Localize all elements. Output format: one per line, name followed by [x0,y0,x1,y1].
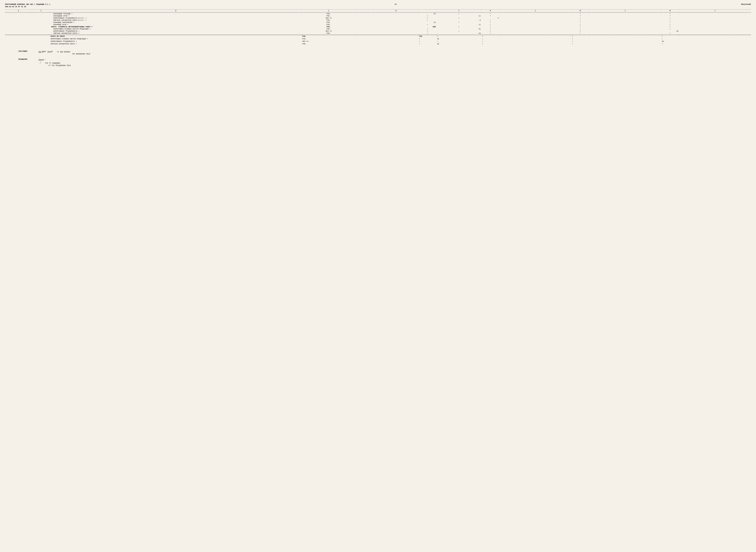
row-normativno-uslovno: НОРМАТИВНО-УСЛОВНО-ЧИСТАЯ ПРОДУКЦИЯ = РУ… [5,28,751,30]
compiled-signature2: Бauf/ [47,50,53,53]
col-5-header: 5 [571,10,589,12]
label-planovye-nakop: ПЛАНОВЫЕ НАКОПЛЕНИЯ = [50,21,302,24]
row-nakladnye-nuchp: НАКЛАДНЫЕ НУЧП = РУБ. • 11 • • • [5,15,751,17]
label-nakladnye-nuchp: НАКЛАДНЫЕ НУЧП = [50,15,302,17]
checked-signature: Deus - [38,58,45,61]
label-norm-trud2: НОРМАТИВНАЯ ТРУДОЕМКОСТЬ = [50,30,302,32]
row-smetnaya-zarplata: СМЕТНАЯ ЗАРАБОТНАЯ ПЛАТА = РУБ. • 34 • •… [5,32,751,35]
page-number: 95 [394,3,397,5]
row-itogo: ИТОГО ПО СМЕТЕ РУБ. 755 • • • • [5,35,751,38]
label-smetnaya-zarplata: СМЕТНАЯ ЗАРАБОТНАЯ ПЛАТА = [50,32,302,35]
compiled-signature: Бρɜот [38,50,46,53]
col-2-header: 2 [50,10,302,12]
row-normativnaya-trudoemkost: НОРМАТИВНАЯ ТРУДОЕМКОСТЬ В Н.Р. = ЧЕЛ.•Ч… [5,17,751,19]
label-total-norm-trud: НОРМАТИВНАЯ ТРУДОЕМКОСТЬ = [50,40,302,43]
col-sep2: | [302,10,356,12]
label-norm-trud: НОРМАТИВНАЯ ТРУДОЕМКОСТЬ В Н.Р. = [50,17,302,19]
main-table: 1 | 2 | 3 | 4 | 5 | 6 | НАКЛАДНЫЕ РАСХОД… [5,9,751,45]
col-3-header: 3 [356,10,436,12]
row-total-norm-trud: НОРМАТИВНАЯ ТРУДОЕМКОСТЬ = ЧЕЛ.•Ч • • • … [5,40,751,43]
col-sep5: | [589,10,661,12]
compiled-content: Бρɜот Бauf/ СТ ИНЖ ЮРЕВИЧ ТЕХ ВИННИКОВА … [38,50,751,55]
checked-name2: СТ ТЕХ ПРУДНИКОВА П010 [48,65,71,66]
compiled-row: СОСТАВИЛ Бρɜот Бauf/ СТ ИНЖ ЮРЕВИЧ ТЕХ В… [18,50,751,55]
column-header-row: 1 | 2 | 3 | 4 | 5 | 6 | [5,10,751,12]
compiled-name1: СТ ИНЖ ЮРЕВИЧ [57,51,70,53]
row-nakladnye-raskhody: НАКЛАДНЫЕ РАСХОДЫ = РУБ. 51 • • • • [5,13,751,15]
label-smetnaya-zarplata-nr: СМЕТНАЯ ЗАРАБОТНАЯ ПЛАТА В Н.Р. = [50,19,302,21]
label-norm-usl: НОРМАТИВНО-УСЛОВНО-ЧИСТАЯ ПРОДУКЦИЯ = [50,28,302,30]
label-itogo: ИТОГО ПО СМЕТЕ [50,35,302,38]
label-planovye-nuchp: ПЛАНОВЫЕ НУЧП = [50,24,302,26]
checked-row: ПРОВЕРИЛ Deus - ⁄ РУК ГР АМИДОВИЧ СТ ТЕХ… [18,58,751,66]
program-info: ПРОГРАММНЫЙ КОМПЛЕКС АВС-3ЕС ( РЕДАКЦИЯ … [5,3,50,8]
row-normativnaya-trudoemkost2: НОРМАТИВНАЯ ТРУДОЕМКОСТЬ = ЧЕЛ.•Ч • • • … [5,30,751,32]
checked-content: Deus - ⁄ РУК ГР АМИДОВИЧ СТ ТЕХ ПРУДНИКО… [38,58,751,66]
program-title: ПРОГРАММНЫЙ КОМПЛЕКС АВС-3ЕС ( РЕДАКЦИЯ … [5,3,50,6]
col-sep4: | [499,10,571,12]
val-nr-col7: 51 [418,13,436,15]
checked-label: ПРОВЕРИЛ [18,58,38,60]
doc-number: 964124469 [741,3,751,5]
label-total-norm-usl: НОРМАТИВНО-УСЛОВНО-ЧИСТАЯ ПРОДУКЦИЯ = [50,38,302,40]
row-planovye-nuchp: ПЛАНОВЫЕ НУЧП = РУБ. • 11 • • • [5,24,751,26]
page-header: ПРОГРАММНЫЙ КОМПЛЕКС АВС-3ЕС ( РЕДАКЦИЯ … [5,3,751,8]
row-total-smetnaya: СМЕТНАЯ ЗАРАБОТНАЯ ПЛАТА = РУБ. • 36 • •… [5,43,751,45]
doc-subtitle: 409-23-45 15 87 41 92 [5,6,50,8]
col-sep3: | [436,10,481,12]
unit-nakladnye: РУБ. [302,13,356,15]
col-sep1: | [32,10,50,12]
col-1-header: 1 [5,10,32,12]
label-vsego: ВСЕГО. СТОИМОСТЬ МЕТАЛЛОМОНТАЖНЫХ РАБОТ … [50,26,302,28]
signatures-section: СОСТАВИЛ Бρɜот Бauf/ СТ ИНЖ ЮРЕВИЧ ТЕХ В… [18,50,751,66]
compiled-name2: ТЕХ ВИННИКОВА П010 [72,53,90,55]
row-total-norm-usl: НОРМАТИВНО-УСЛОВНО-ЧИСТАЯ ПРОДУКЦИЯ = РУ… [5,38,751,40]
col-4-header: 4 [481,10,499,12]
row-vsego-metallomont: ВСЕГО. СТОИМОСТЬ МЕТАЛЛОМОНТАЖНЫХ РАБОТ … [5,26,751,28]
label-nakladnye-raskhody: НАКЛАДНЫЕ РАСХОДЫ = [50,13,302,15]
row-planovye-nakopleniya: ПЛАНОВЫЕ НАКОПЛЕНИЯ = РУБ. 51 • • • • [5,21,751,24]
compiled-label: СОСТАВИЛ [18,50,38,52]
label-total-smetnaya: СМЕТНАЯ ЗАРАБОТНАЯ ПЛАТА = [50,43,302,45]
col-sep6: | [679,10,751,12]
checked-signature2: ⁄ [40,61,41,64]
col-6-header: 6 [661,10,679,12]
row-smetnaya-zarplata-nr: СМЕТНАЯ ЗАРАБОТНАЯ ПЛАТА В Н.Р. = РУБ. •… [5,19,751,21]
checked-name1: РУК ГР АМИДОВИЧ [45,62,60,64]
